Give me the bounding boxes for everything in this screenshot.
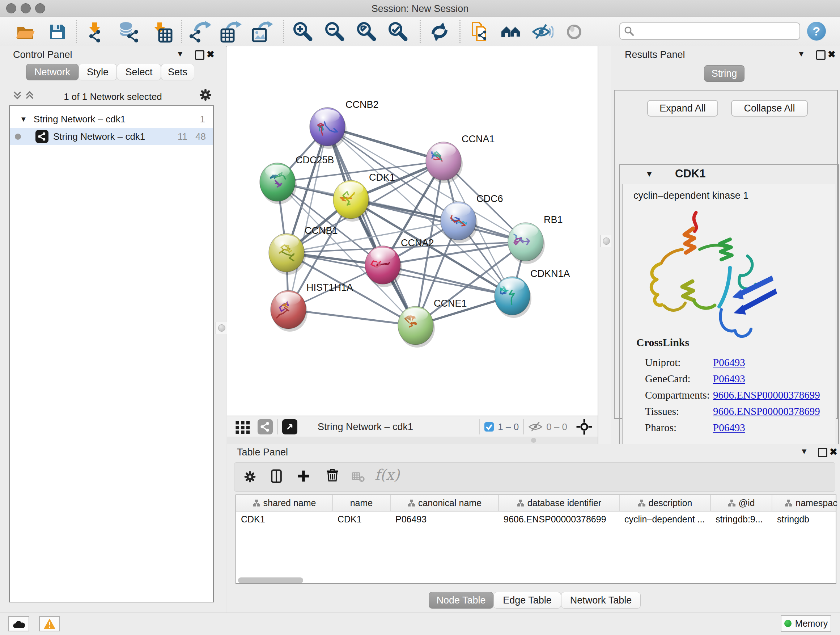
table-options-gear-icon[interactable] [242, 469, 257, 485]
warning-button[interactable] [39, 616, 60, 631]
export-image-icon[interactable] [251, 21, 273, 43]
node-label-RB1: RB1 [544, 214, 563, 225]
open-session-icon[interactable] [14, 21, 36, 43]
table-row[interactable]: CDK1CDK1P064939606.ENSP00000378699cyclin… [236, 511, 836, 527]
column-header-shared-name[interactable]: shared name [236, 495, 333, 511]
add-column-icon[interactable] [295, 468, 312, 485]
collapse-all-button[interactable]: Collapse All [731, 100, 808, 117]
control-panel-close-icon[interactable]: ✖ [207, 49, 215, 60]
fit-selected-crosshair-icon[interactable] [576, 418, 592, 435]
home-pages-icon[interactable] [500, 21, 522, 43]
column-header-@id[interactable]: @id [711, 495, 772, 511]
show-all-eye-icon[interactable] [563, 21, 585, 43]
gene-name: CDK1 [675, 167, 706, 180]
network-node-CCNA1[interactable]: CCNA1 [426, 134, 495, 183]
help-button[interactable]: ? [807, 22, 826, 41]
network-node-HIST1H1A[interactable]: HIST1H1A [271, 282, 353, 332]
export-table-icon[interactable] [220, 21, 242, 43]
node-label-CCNB2: CCNB2 [346, 99, 379, 110]
column-header-namespac[interactable]: namespac [772, 495, 840, 511]
crosslink-value-link[interactable]: P06493 [713, 373, 745, 385]
section-collapse-icon[interactable]: ▼ [645, 169, 653, 179]
network-node-CDKN1A[interactable]: CDKN1A [494, 268, 570, 318]
network-node-CDK1[interactable]: CDK1 [333, 172, 395, 222]
show-columns-icon[interactable] [268, 468, 285, 485]
cell-name[interactable]: CDK1 [333, 511, 391, 527]
zoom-selected-icon[interactable] [387, 21, 409, 43]
import-network-database-icon[interactable] [118, 21, 140, 43]
cloud-button[interactable] [8, 616, 29, 631]
cell-canonical-name[interactable]: P06493 [391, 511, 499, 527]
tab-node-table[interactable]: Node Table [429, 592, 493, 608]
results-panel-close-icon[interactable]: ✖ [828, 49, 836, 60]
network-view-share-icon[interactable] [257, 419, 273, 434]
search-input[interactable] [619, 22, 800, 40]
cell-namespac[interactable]: stringdb [772, 511, 840, 527]
delete-column-trash-icon[interactable] [324, 467, 341, 484]
tree-expander-icon[interactable]: ▼ [20, 115, 27, 124]
network-node-CCNB1[interactable]: CCNB1 [269, 225, 338, 275]
protein-structure-image [639, 206, 783, 347]
crosslink-value-link[interactable]: P06493 [713, 356, 745, 369]
export-network-icon[interactable] [189, 21, 210, 43]
tab-network[interactable]: Network [26, 64, 79, 80]
tab-style[interactable]: Style [79, 64, 117, 80]
horizontal-scrollbar[interactable] [238, 578, 303, 583]
tab-string[interactable]: String [704, 65, 745, 82]
network-node-RB1[interactable]: RB1 [508, 214, 563, 264]
table-panel-title: Table Panel [237, 447, 288, 458]
grid-view-icon[interactable] [235, 419, 251, 435]
zoom-out-icon[interactable] [324, 21, 346, 43]
column-header-database-identifier[interactable]: database identifier [499, 495, 620, 511]
column-header-description[interactable]: description [620, 495, 711, 511]
crosslink-value-link[interactable]: 9606.ENSP00000378699 [713, 389, 820, 401]
zoom-in-icon[interactable] [292, 21, 314, 43]
cell-shared-name[interactable]: CDK1 [236, 511, 333, 527]
network-options-gear-icon[interactable] [197, 87, 213, 103]
cell-@id[interactable]: stringdb:9... [711, 511, 772, 527]
zoom-fit-icon[interactable] [356, 21, 378, 43]
network-edge-CCNB2-CCNE1[interactable] [327, 127, 416, 325]
network-canvas[interactable]: CCNB2CCNA1CDC25BCDK1CDC6RB1CCNB1CCNA2CDK… [227, 46, 598, 416]
shared-column-icon [253, 499, 261, 507]
tab-select[interactable]: Select [117, 64, 161, 80]
network-from-selection-icon[interactable] [468, 21, 490, 43]
cell-description[interactable]: cyclin–dependent ... [620, 511, 711, 527]
expand-all-button[interactable]: Expand All [647, 100, 718, 117]
cell-database-identifier[interactable]: 9606.ENSP00000378699 [499, 511, 620, 527]
save-session-icon[interactable] [46, 21, 68, 43]
table-panel-float-icon[interactable]: ▼ [800, 447, 808, 456]
table-panel-maximize-icon[interactable] [818, 448, 827, 457]
control-panel-maximize-icon[interactable] [195, 50, 204, 60]
tab-sets[interactable]: Sets [161, 64, 194, 80]
selected-checkbox-icon[interactable] [484, 422, 494, 432]
network-row-selected[interactable]: String Network – cdk1 11 48 [10, 128, 213, 145]
tab-network-table[interactable]: Network Table [561, 592, 641, 608]
network-node-CCNE1[interactable]: CCNE1 [398, 298, 467, 348]
network-node-CDC6[interactable]: CDC6 [441, 193, 503, 243]
table-panel-close-icon[interactable]: ✖ [829, 447, 837, 458]
crosslink-value-link[interactable]: P06493 [713, 422, 745, 434]
import-network-file-icon[interactable] [87, 21, 109, 43]
results-panel-float-icon[interactable]: ▼ [797, 49, 805, 59]
memory-button[interactable]: Memory [781, 615, 831, 632]
splitter-grip[interactable] [531, 438, 536, 443]
column-header-name[interactable]: name [333, 495, 391, 511]
results-panel-maximize-icon[interactable] [816, 50, 826, 60]
toolbar-separator [283, 20, 284, 43]
control-panel-float-icon[interactable]: ▼ [176, 49, 184, 59]
refresh-layout-icon[interactable] [429, 21, 450, 43]
tab-edge-table[interactable]: Edge Table [493, 592, 561, 608]
column-header-canonical-name[interactable]: canonical name [391, 495, 499, 511]
network-collection-row[interactable]: ▼ String Network – cdk1 1 [10, 111, 213, 128]
right-splitter-handle[interactable] [600, 235, 613, 247]
network-view-title: String Network – cdk1 [317, 421, 413, 432]
horizontal-splitter[interactable] [227, 437, 598, 444]
birdseye-view-icon[interactable] [282, 419, 297, 434]
hide-selected-eye-icon[interactable] [532, 21, 554, 43]
import-table-icon[interactable] [151, 21, 172, 43]
left-splitter-handle[interactable] [216, 322, 228, 334]
hidden-eye-icon[interactable] [528, 420, 543, 434]
crosslinks-heading: CrossLinks [636, 336, 689, 348]
crosslink-value-link[interactable]: 9606.ENSP00000378699 [713, 405, 820, 417]
